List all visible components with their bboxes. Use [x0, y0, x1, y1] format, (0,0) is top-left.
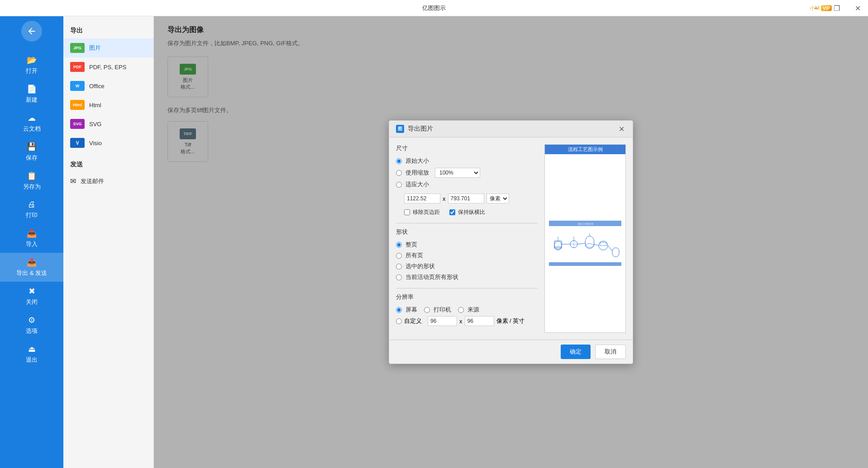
remove-margin-checkbox[interactable]	[404, 209, 410, 215]
mail-icon: ✉	[70, 177, 76, 185]
sidebar-item-new[interactable]: 📄 新建	[0, 80, 63, 109]
size-radio-group: 原始大小 使用缩放 100% 50% 200%	[396, 157, 538, 216]
confirm-button[interactable]: 确定	[561, 345, 591, 359]
shape-selected-row: 选中的形状	[396, 262, 538, 270]
res-screen-radio[interactable]	[396, 307, 402, 313]
content-area: 导出为图像 保存为图片文件，比如BMP, JPEG, PNG, GIF格式。 J…	[154, 16, 868, 468]
sidebar-item-save-label: 保存	[26, 154, 38, 162]
send-email-label: 发送邮件	[81, 177, 104, 185]
open-icon: 📂	[27, 55, 37, 65]
res-printer-label: 打印机	[434, 306, 451, 314]
sidebar-item-open-label: 打开	[26, 67, 38, 75]
keep-ratio-checkbox[interactable]	[449, 209, 455, 215]
resolution-section: 分辨率 屏幕 打印机	[396, 293, 538, 326]
res-custom-radio[interactable]	[396, 318, 402, 324]
size-original-row: 原始大小	[396, 157, 538, 165]
badge-word: W	[70, 81, 85, 91]
category-item-office[interactable]: W Office	[63, 76, 153, 95]
res-source-radio[interactable]	[458, 307, 464, 313]
sidebar-item-options-label: 选项	[26, 327, 38, 335]
close-button[interactable]: ✕	[847, 0, 868, 16]
dialog-header-left: 图 导出图片	[396, 125, 433, 133]
dialog-close-button[interactable]: ✕	[617, 124, 626, 133]
size-original-radio[interactable]	[396, 158, 402, 164]
badge-jpg: JPG	[70, 43, 85, 53]
scale-select[interactable]: 100% 50% 200%	[435, 168, 480, 178]
category-item-html[interactable]: Html Html	[63, 95, 153, 114]
shape-section: 形状 整页 所有页	[396, 228, 538, 281]
size-fit-label: 适应大小	[405, 180, 429, 189]
sidebar-item-cloud-label: 云文档	[23, 125, 41, 133]
category-pdf-label: PDF, PS, EPS	[89, 64, 126, 71]
saveas-icon: 📋	[27, 171, 37, 181]
custom-resolution-row: 自定义 x 像素 / 英寸	[396, 316, 538, 326]
sidebar-item-close-label: 关闭	[26, 298, 38, 306]
sidebar-item-import[interactable]: 📥 导入	[0, 224, 63, 253]
send-section-title: 发送	[63, 157, 153, 172]
res-printer-row: 打印机	[424, 306, 451, 314]
size-fit-radio[interactable]	[396, 182, 402, 188]
sidebar-item-saveas[interactable]: 📋 另存为	[0, 166, 63, 195]
category-item-pdf[interactable]: PDF PDF, PS, EPS	[63, 57, 153, 76]
sidebar-item-export-label: 导出 & 发送	[16, 269, 47, 277]
sidebar-item-open[interactable]: 📂 打开	[0, 51, 63, 80]
preview-panel: 流程工艺图示例 流程工艺图示例	[544, 144, 626, 333]
cancel-button[interactable]: 取消	[595, 345, 626, 359]
sidebar-item-print-label: 打印	[26, 211, 38, 219]
res-printer-radio[interactable]	[424, 307, 430, 313]
res-custom-input2[interactable]	[465, 316, 494, 326]
category-item-image[interactable]: JPG 图片	[63, 38, 153, 57]
shape-selected-radio[interactable]	[396, 264, 402, 269]
shape-selected-label: 选中的形状	[405, 262, 435, 270]
category-item-svg[interactable]: SVG SVG	[63, 114, 153, 133]
sidebar-item-cloud[interactable]: ☁ 云文档	[0, 109, 63, 137]
dialog-title: 导出图片	[408, 125, 433, 133]
sidebar-item-close[interactable]: ✖ 关闭	[0, 282, 63, 311]
category-item-visio[interactable]: V Visio	[63, 133, 153, 152]
shape-current-radio[interactable]	[396, 274, 402, 280]
sidebar-item-quit[interactable]: ⏏ 退出	[0, 340, 63, 369]
sidebar-item-save[interactable]: 💾 保存	[0, 137, 63, 166]
svg-rect-20	[549, 262, 621, 266]
export-section-title: 导出	[63, 23, 153, 38]
sidebar: 📂 打开 📄 新建 ☁ 云文档 💾 保存 📋 另存为 🖨 打印 📥 导入 📤	[0, 16, 63, 468]
app-title: 亿图图示	[422, 4, 446, 12]
sidebar-item-export[interactable]: 📤 导出 & 发送	[0, 253, 63, 282]
badge-html: Html	[70, 100, 85, 110]
category-visio-label: Visio	[89, 140, 102, 147]
remove-margin-label: 移除页边距	[413, 208, 440, 216]
restore-button[interactable]: ❐	[826, 0, 847, 16]
minimize-button[interactable]: －	[806, 0, 826, 16]
sidebar-item-print[interactable]: 🖨 打印	[0, 195, 63, 224]
dialog-settings: 尺寸 原始大小 使用缩放	[396, 144, 538, 333]
res-custom-input1[interactable]	[428, 316, 457, 326]
size-fit-row: 适应大小	[396, 180, 538, 189]
modal-overlay: 图 导出图片 ✕ 尺寸	[154, 16, 868, 468]
res-source-row: 来源	[458, 306, 479, 314]
size-scale-row: 使用缩放 100% 50% 200%	[396, 168, 538, 178]
shape-all-row: 所有页	[396, 251, 538, 260]
import-icon: 📥	[27, 228, 37, 238]
sidebar-item-options[interactable]: ⚙ 选项	[0, 311, 63, 340]
scale-controls: 100% 50% 200%	[435, 168, 480, 178]
print-icon: 🖨	[28, 200, 36, 209]
shape-all-radio[interactable]	[396, 253, 402, 259]
new-icon: 📄	[27, 84, 37, 94]
back-button[interactable]	[21, 21, 42, 42]
shape-whole-radio[interactable]	[396, 242, 402, 248]
send-email-item[interactable]: ✉ 发送邮件	[63, 172, 153, 190]
res-source-label: 来源	[467, 306, 479, 314]
unit-select[interactable]: 像素 毫米	[486, 194, 509, 203]
preview-diagram: 流程工艺图示例	[549, 221, 621, 266]
height-input[interactable]	[448, 194, 484, 203]
width-input[interactable]	[404, 194, 440, 203]
preview-header: 流程工艺图示例	[545, 145, 625, 154]
export-icon: 📤	[27, 257, 37, 267]
category-html-label: Html	[89, 102, 101, 109]
shape-radio-group: 整页 所有页 选中的形状	[396, 241, 538, 281]
size-scale-radio[interactable]	[396, 170, 402, 176]
dialog-icon: 图	[396, 125, 404, 133]
badge-pdf: PDF	[70, 62, 85, 72]
svg-text:流程工艺图示例: 流程工艺图示例	[577, 222, 593, 225]
res-screen-label: 屏幕	[405, 306, 417, 314]
